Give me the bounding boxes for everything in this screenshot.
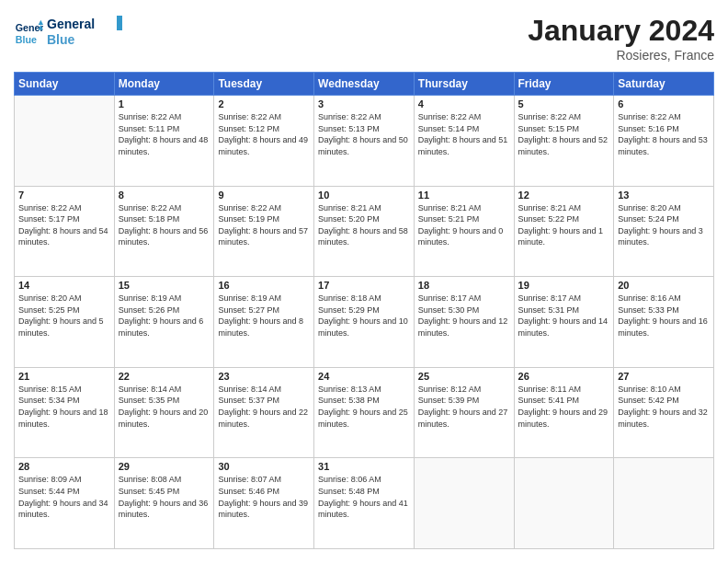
day-cell-0-2: 2Sunrise: 8:22 AMSunset: 5:12 PMDaylight… (214, 96, 314, 187)
day-cell-0-1: 1Sunrise: 8:22 AMSunset: 5:11 PMDaylight… (114, 96, 214, 187)
day-number: 16 (218, 280, 310, 291)
day-number: 1 (119, 98, 210, 109)
location: Rosieres, France (528, 48, 714, 63)
day-number: 26 (518, 371, 610, 382)
day-number: 12 (518, 190, 610, 201)
day-info: Sunrise: 8:07 AMSunset: 5:46 PMDaylight:… (218, 474, 310, 520)
col-wednesday: Wednesday (314, 73, 415, 96)
day-number: 9 (218, 190, 310, 201)
day-cell-3-0: 21Sunrise: 8:15 AMSunset: 5:34 PMDayligh… (15, 367, 115, 458)
day-number: 14 (18, 280, 110, 291)
day-number: 25 (418, 371, 510, 382)
day-info: Sunrise: 8:20 AMSunset: 5:24 PMDaylight:… (618, 202, 710, 248)
day-number: 18 (418, 280, 510, 291)
day-cell-1-3: 10Sunrise: 8:21 AMSunset: 5:20 PMDayligh… (314, 186, 415, 277)
col-thursday: Thursday (414, 73, 514, 96)
week-row-2: 7Sunrise: 8:22 AMSunset: 5:17 PMDaylight… (15, 186, 714, 277)
day-info: Sunrise: 8:20 AMSunset: 5:25 PMDaylight:… (18, 293, 110, 339)
day-number: 30 (218, 461, 310, 472)
day-info: Sunrise: 8:16 AMSunset: 5:33 PMDaylight:… (618, 293, 710, 339)
day-number: 22 (119, 371, 210, 382)
day-info: Sunrise: 8:06 AMSunset: 5:48 PMDaylight:… (318, 474, 410, 520)
svg-text:Blue: Blue (16, 34, 37, 45)
day-number: 15 (119, 280, 210, 291)
day-info: Sunrise: 8:22 AMSunset: 5:13 PMDaylight:… (318, 111, 410, 157)
day-info: Sunrise: 8:21 AMSunset: 5:20 PMDaylight:… (318, 202, 410, 248)
svg-text:General: General (47, 17, 95, 31)
col-sunday: Sunday (15, 73, 115, 96)
day-info: Sunrise: 8:15 AMSunset: 5:34 PMDaylight:… (18, 384, 110, 430)
col-tuesday: Tuesday (214, 73, 314, 96)
day-number: 8 (119, 190, 210, 201)
calendar-body: 1Sunrise: 8:22 AMSunset: 5:11 PMDaylight… (15, 96, 714, 549)
day-number: 24 (318, 371, 410, 382)
calendar: Sunday Monday Tuesday Wednesday Thursday… (14, 72, 714, 549)
day-cell-1-2: 9Sunrise: 8:22 AMSunset: 5:19 PMDaylight… (214, 186, 314, 277)
day-cell-2-3: 17Sunrise: 8:18 AMSunset: 5:29 PMDayligh… (314, 277, 415, 368)
day-number: 3 (318, 98, 410, 109)
day-info: Sunrise: 8:22 AMSunset: 5:16 PMDaylight:… (618, 111, 710, 157)
day-number: 29 (119, 461, 210, 472)
day-info: Sunrise: 8:19 AMSunset: 5:26 PMDaylight:… (119, 293, 210, 339)
day-cell-4-1: 29Sunrise: 8:08 AMSunset: 5:45 PMDayligh… (114, 458, 214, 549)
title-area: January 2024 Rosieres, France (528, 14, 714, 63)
day-number: 21 (18, 371, 110, 382)
week-row-3: 14Sunrise: 8:20 AMSunset: 5:25 PMDayligh… (15, 277, 714, 368)
calendar-header: Sunday Monday Tuesday Wednesday Thursday… (15, 73, 714, 96)
day-info: Sunrise: 8:17 AMSunset: 5:30 PMDaylight:… (418, 293, 510, 339)
col-saturday: Saturday (614, 73, 714, 96)
day-number: 20 (618, 280, 710, 291)
day-cell-1-4: 11Sunrise: 8:21 AMSunset: 5:21 PMDayligh… (414, 186, 514, 277)
day-number: 31 (318, 461, 410, 472)
day-number: 6 (618, 98, 710, 109)
day-cell-2-4: 18Sunrise: 8:17 AMSunset: 5:30 PMDayligh… (414, 277, 514, 368)
week-row-5: 28Sunrise: 8:09 AMSunset: 5:44 PMDayligh… (15, 458, 714, 549)
day-number: 5 (518, 98, 610, 109)
day-cell-4-2: 30Sunrise: 8:07 AMSunset: 5:46 PMDayligh… (214, 458, 314, 549)
day-number: 7 (18, 190, 110, 201)
day-info: Sunrise: 8:22 AMSunset: 5:19 PMDaylight:… (218, 202, 310, 248)
day-number: 27 (618, 371, 710, 382)
day-number: 2 (218, 98, 310, 109)
day-cell-0-6: 6Sunrise: 8:22 AMSunset: 5:16 PMDaylight… (614, 96, 714, 187)
day-info: Sunrise: 8:17 AMSunset: 5:31 PMDaylight:… (518, 293, 610, 339)
day-info: Sunrise: 8:21 AMSunset: 5:22 PMDaylight:… (518, 202, 610, 248)
day-info: Sunrise: 8:13 AMSunset: 5:38 PMDaylight:… (318, 384, 410, 430)
day-cell-2-1: 15Sunrise: 8:19 AMSunset: 5:26 PMDayligh… (114, 277, 214, 368)
day-number: 19 (518, 280, 610, 291)
day-cell-0-5: 5Sunrise: 8:22 AMSunset: 5:15 PMDaylight… (514, 96, 614, 187)
day-cell-2-0: 14Sunrise: 8:20 AMSunset: 5:25 PMDayligh… (15, 277, 115, 368)
day-cell-3-3: 24Sunrise: 8:13 AMSunset: 5:38 PMDayligh… (314, 367, 415, 458)
day-cell-3-5: 26Sunrise: 8:11 AMSunset: 5:41 PMDayligh… (514, 367, 614, 458)
day-cell-2-5: 19Sunrise: 8:17 AMSunset: 5:31 PMDayligh… (514, 277, 614, 368)
day-info: Sunrise: 8:22 AMSunset: 5:15 PMDaylight:… (518, 111, 610, 157)
svg-text:Blue: Blue (47, 32, 75, 47)
day-info: Sunrise: 8:22 AMSunset: 5:18 PMDaylight:… (119, 202, 210, 248)
day-cell-4-3: 31Sunrise: 8:06 AMSunset: 5:48 PMDayligh… (314, 458, 415, 549)
week-row-1: 1Sunrise: 8:22 AMSunset: 5:11 PMDaylight… (15, 96, 714, 187)
day-cell-1-1: 8Sunrise: 8:22 AMSunset: 5:18 PMDaylight… (114, 186, 214, 277)
day-number: 11 (418, 190, 510, 201)
day-cell-1-0: 7Sunrise: 8:22 AMSunset: 5:17 PMDaylight… (15, 186, 115, 277)
day-info: Sunrise: 8:22 AMSunset: 5:17 PMDaylight:… (18, 202, 110, 248)
logo-icon: General Blue (14, 18, 43, 48)
day-info: Sunrise: 8:19 AMSunset: 5:27 PMDaylight:… (218, 293, 310, 339)
days-row: Sunday Monday Tuesday Wednesday Thursday… (15, 73, 714, 96)
header: General Blue General Blue January 2024 R… (14, 14, 714, 63)
day-cell-3-2: 23Sunrise: 8:14 AMSunset: 5:37 PMDayligh… (214, 367, 314, 458)
col-friday: Friday (514, 73, 614, 96)
day-number: 17 (318, 280, 410, 291)
day-info: Sunrise: 8:10 AMSunset: 5:42 PMDaylight:… (618, 384, 710, 430)
day-cell-0-0 (15, 96, 115, 187)
day-cell-1-5: 12Sunrise: 8:21 AMSunset: 5:22 PMDayligh… (514, 186, 614, 277)
day-cell-4-0: 28Sunrise: 8:09 AMSunset: 5:44 PMDayligh… (15, 458, 115, 549)
day-number: 4 (418, 98, 510, 109)
day-info: Sunrise: 8:09 AMSunset: 5:44 PMDaylight:… (18, 474, 110, 520)
day-cell-0-3: 3Sunrise: 8:22 AMSunset: 5:13 PMDaylight… (314, 96, 415, 187)
logo: General Blue General Blue (14, 14, 130, 53)
day-cell-2-6: 20Sunrise: 8:16 AMSunset: 5:33 PMDayligh… (614, 277, 714, 368)
day-number: 28 (18, 461, 110, 472)
day-cell-4-5 (514, 458, 614, 549)
day-info: Sunrise: 8:22 AMSunset: 5:14 PMDaylight:… (418, 111, 510, 157)
day-cell-3-4: 25Sunrise: 8:12 AMSunset: 5:39 PMDayligh… (414, 367, 514, 458)
